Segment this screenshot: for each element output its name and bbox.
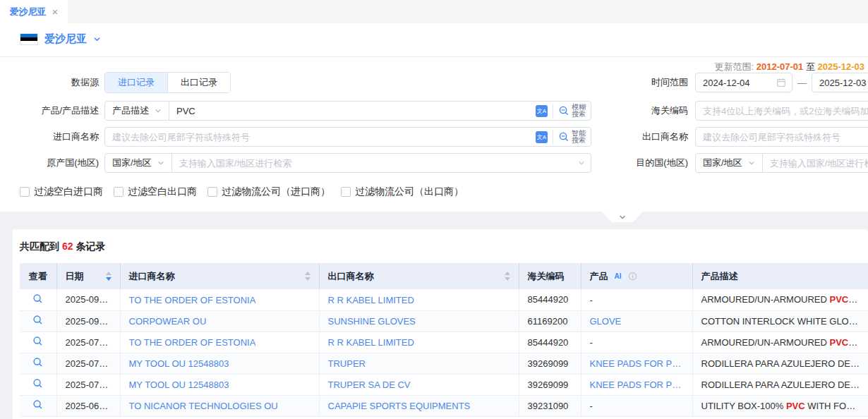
date-range-separator: —: [797, 78, 807, 88]
chevron-down-icon: [155, 107, 162, 114]
exporter-label: 出口商名称: [595, 127, 688, 147]
checkbox-icon: [20, 187, 30, 197]
column-header-exporter[interactable]: 出口商名称: [319, 263, 519, 289]
translate-icon[interactable]: 文A: [536, 105, 548, 117]
translate-icon[interactable]: 文A: [536, 131, 548, 143]
exporter-link[interactable]: TRUPER: [328, 358, 366, 369]
date-cell: 2025-07-10: [56, 353, 120, 374]
importer-link[interactable]: MY TOOL OU 12548803: [129, 358, 229, 369]
import-records-button[interactable]: 进口记录: [105, 73, 167, 92]
checkbox-filter-blank-exporter[interactable]: 过滤空白出口商: [114, 186, 197, 198]
exporter-link[interactable]: CAPAPIE SPORTS EQUIPMENTS: [328, 401, 471, 411]
product-tag-link[interactable]: KNEE PADS FOR PVC T...: [590, 379, 684, 390]
table-header-row: 查看 日期 进口商名称 出口商名称 海关编码: [20, 263, 868, 289]
product-search-input[interactable]: [169, 102, 531, 120]
exporter-link[interactable]: SUNSHINE GLOVES: [328, 316, 416, 327]
destination-country-select[interactable]: 国家/地区: [696, 154, 763, 172]
sort-icons[interactable]: [299, 272, 311, 281]
checkbox-filter-logistics-exporter[interactable]: 过滤物流公司（出口商）: [341, 186, 464, 198]
view-record-icon[interactable]: [32, 399, 43, 410]
filter-checkbox-row: 过滤空白进口商 过滤空白出口商 过滤物流公司（进口商） 过滤物流公司（出口商）: [20, 186, 464, 198]
exporter-name-input[interactable]: [695, 127, 868, 147]
date-to-box[interactable]: [812, 73, 868, 92]
description-cell: RODILLERA PARA AZULEJERO DE PVC: [692, 353, 868, 374]
date-from-box[interactable]: [695, 73, 792, 92]
results-panel: 共匹配到62条记录 查看 日期 进口商名称: [13, 229, 868, 419]
date-cell: 2025-06-26: [56, 395, 120, 416]
sort-icons[interactable]: [499, 272, 510, 281]
view-record-icon[interactable]: [32, 336, 43, 346]
date-cell: 2025-09-30: [56, 289, 120, 310]
sort-icons[interactable]: [100, 272, 111, 281]
view-record-icon[interactable]: [32, 315, 43, 325]
product-tag-link[interactable]: KNEE PADS FOR PVC T...: [590, 358, 684, 369]
chevron-down-icon: [618, 213, 627, 221]
date-cell: 2025-09-08: [56, 310, 120, 332]
destination-country-group: 国家/地区: [695, 153, 868, 173]
column-header-hs-code: 海关编码: [519, 263, 581, 289]
date-cell: 2025-07-10: [56, 374, 120, 395]
view-record-icon[interactable]: [32, 293, 43, 304]
importer-link[interactable]: MY TOOL OU 12548803: [129, 379, 229, 390]
ai-badge: AI: [612, 272, 625, 281]
hs-code-input[interactable]: [695, 101, 868, 121]
exporter-link[interactable]: R R KABEL LIMITED: [328, 337, 414, 348]
date-from-input[interactable]: [703, 78, 772, 88]
checkbox-icon: [341, 187, 351, 197]
collapse-panel-button[interactable]: [602, 212, 643, 222]
importer-link[interactable]: TO THE ORDER OF ESTONIA: [129, 337, 256, 348]
view-record-icon[interactable]: [32, 378, 43, 389]
description-cell: COTTON INTERLOCK WHITE GLOVES...: [692, 310, 868, 332]
origin-country-select[interactable]: 国家/地区: [105, 154, 172, 172]
importer-link[interactable]: TO NICANOR TECHNOLOGIES OU: [129, 401, 278, 411]
date-to-input[interactable]: [819, 78, 868, 88]
smart-search-button[interactable]: 智能 搜索: [558, 130, 586, 144]
calendar-icon: [776, 78, 786, 87]
checkbox-icon: [207, 187, 217, 197]
table-row: 2025-07-10 MY TOOL OU 12548803 TRUPER 39…: [20, 353, 868, 374]
data-source-segmented: 进口记录 出口记录: [104, 72, 231, 93]
estonia-flag-icon: [20, 33, 38, 45]
column-header-importer[interactable]: 进口商名称: [120, 263, 319, 289]
export-records-button[interactable]: 出口记录: [167, 73, 230, 92]
column-header-view: 查看: [20, 263, 56, 289]
fuzzy-search-button[interactable]: 模糊 搜索: [558, 104, 586, 118]
destination-country-input[interactable]: [763, 154, 868, 172]
product-type-select[interactable]: 产品描述: [105, 102, 169, 120]
date-cell: 2025-07-22: [56, 332, 120, 353]
exporter-link[interactable]: R R KABEL LIMITED: [328, 295, 414, 305]
description-cell: UTILITY BOX-100% PVC WITH FOAM: [692, 395, 868, 416]
description-cell: RODILLERA PARA AZULEJERO DE PVC: [692, 374, 868, 395]
tab-estonia[interactable]: 爱沙尼亚 ×: [0, 0, 68, 23]
table-row: 2025-07-10 MY TOOL OU 12548803 TRUPER SA…: [20, 374, 868, 395]
checkbox-filter-logistics-importer[interactable]: 过滤物流公司（进口商）: [207, 186, 330, 198]
importer-link[interactable]: CORPOWEAR OU: [129, 316, 207, 327]
chevron-down-icon: [157, 159, 164, 166]
importer-name-input[interactable]: [105, 128, 531, 146]
tab-close-icon[interactable]: ×: [52, 6, 59, 17]
time-range-label: 时间范围: [595, 73, 688, 92]
view-record-icon[interactable]: [32, 357, 43, 368]
chevron-down-icon: [748, 159, 755, 166]
product-tag-link: -: [590, 295, 593, 305]
table-row: 2025-07-22 TO THE ORDER OF ESTONIA R R K…: [20, 332, 868, 353]
tab-bar: 爱沙尼亚 ×: [0, 0, 868, 23]
checkbox-filter-blank-importer[interactable]: 过滤空白进口商: [20, 186, 103, 198]
origin-country-group: 国家/地区: [104, 153, 591, 173]
product-tag-link: -: [590, 401, 593, 411]
divider: [553, 104, 553, 118]
exporter-link[interactable]: TRUPER SA DE CV: [328, 379, 411, 390]
column-header-date[interactable]: 日期: [56, 263, 120, 289]
time-range-picker: —: [695, 73, 868, 92]
product-tag-link[interactable]: GLOVE: [590, 316, 622, 327]
destination-country-label: 目的国(地区): [595, 153, 688, 173]
description-cell: ARMOURED/UN-ARMOURED PVC I...: [692, 332, 868, 353]
table-row: 2025-09-08 CORPOWEAR OU SUNSHINE GLOVES …: [20, 310, 868, 332]
country-selector[interactable]: 爱沙尼亚: [20, 32, 101, 46]
origin-country-input[interactable]: [172, 154, 578, 172]
info-icon[interactable]: [628, 272, 637, 281]
tab-label: 爱沙尼亚: [10, 6, 47, 18]
importer-link[interactable]: TO THE ORDER OF ESTONIA: [129, 295, 256, 305]
product-label: 产品/产品描述: [0, 101, 99, 121]
table-row: 2025-09-30 TO THE ORDER OF ESTONIA R R K…: [20, 289, 868, 310]
